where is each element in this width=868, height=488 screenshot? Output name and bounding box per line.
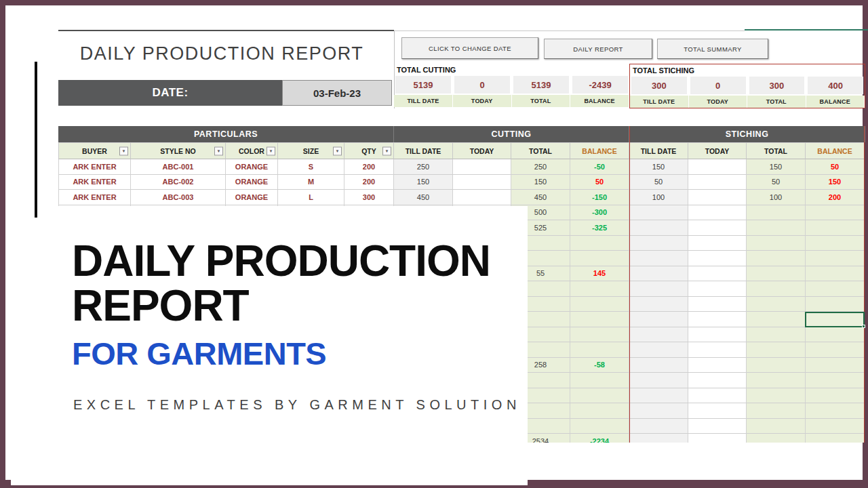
table-cell[interactable] [806,205,865,221]
table-cell[interactable]: -300 [570,205,629,221]
table-cell[interactable] [747,342,806,358]
table-cell[interactable] [688,205,747,221]
table-cell[interactable] [570,312,629,327]
table-cell[interactable]: 50 [747,175,806,190]
table-cell[interactable]: 50 [806,159,865,175]
table-cell[interactable] [747,220,806,236]
table-cell[interactable] [453,159,511,175]
cutting-balance-total[interactable]: -2439 [572,76,628,94]
table-cell[interactable] [629,388,688,404]
table-cell[interactable] [570,251,629,266]
filter-dropdown-icon[interactable]: ▼ [382,146,391,155]
table-cell[interactable] [806,358,865,373]
table-cell[interactable]: 150 [511,175,570,190]
table-cell[interactable] [570,236,629,251]
table-cell[interactable]: ARK ENTER [58,175,131,190]
table-cell[interactable] [806,251,865,266]
table-cell[interactable] [747,373,806,388]
cutting-today-total[interactable]: 0 [454,76,510,94]
table-cell[interactable] [629,403,688,419]
table-cell[interactable] [570,403,629,419]
table-cell[interactable]: 250 [511,159,570,175]
table-cell[interactable] [747,251,806,266]
table-cell[interactable] [629,312,688,327]
table-cell[interactable]: 150 [747,159,806,175]
table-cell[interactable] [688,175,747,190]
table-cell[interactable] [688,220,747,236]
table-cell[interactable] [747,312,806,327]
table-cell[interactable] [629,251,688,266]
table-cell[interactable] [688,403,747,419]
table-cell[interactable] [629,373,688,388]
table-cell[interactable]: 200 [344,175,394,190]
table-cell[interactable]: 300 [344,190,394,205]
table-cell[interactable]: 50 [629,175,688,190]
table-cell[interactable]: ORANGE [226,159,278,175]
cutting-till-date-total[interactable]: 5139 [395,76,451,94]
stiching-till-date-total[interactable]: 300 [631,77,687,94]
table-cell[interactable] [688,373,747,388]
table-cell[interactable] [629,281,688,297]
table-cell[interactable] [688,281,747,297]
table-cell[interactable] [629,327,688,343]
table-cell[interactable] [688,312,747,327]
table-cell[interactable] [747,388,806,404]
table-cell[interactable] [629,236,688,251]
table-cell[interactable]: 145 [570,266,629,282]
daily-report-button[interactable]: DAILY REPORT [544,39,652,59]
table-cell[interactable] [629,297,688,312]
table-cell[interactable] [688,342,747,358]
table-cell[interactable] [629,205,688,221]
table-cell[interactable]: -325 [570,220,629,236]
table-cell[interactable] [629,419,688,434]
table-cell[interactable] [806,403,865,419]
table-cell[interactable]: ARK ENTER [58,159,131,175]
selected-cell-outline[interactable] [805,312,865,327]
filter-dropdown-icon[interactable]: ▼ [119,146,128,155]
table-cell[interactable] [806,419,865,434]
table-cell[interactable]: ABC-002 [131,175,226,190]
table-cell[interactable] [570,327,629,343]
fill-handle[interactable] [862,325,865,328]
table-cell[interactable] [747,403,806,419]
total-summary-button[interactable]: TOTAL SUMMARY [657,39,768,59]
table-cell[interactable]: M [278,175,344,190]
table-cell[interactable] [688,251,747,266]
table-cell[interactable]: -50 [570,159,629,175]
table-cell[interactable] [570,297,629,312]
stiching-today-total[interactable]: 0 [690,77,746,94]
table-cell[interactable]: L [278,190,344,205]
table-cell[interactable] [688,388,747,404]
table-cell[interactable] [806,327,865,343]
table-cell[interactable] [688,266,747,282]
table-cell[interactable] [747,205,806,221]
table-cell[interactable] [570,419,629,434]
table-cell[interactable] [453,190,511,205]
table-cell[interactable] [629,342,688,358]
filter-dropdown-icon[interactable]: ▼ [214,146,223,155]
cutting-total-total[interactable]: 5139 [513,76,569,94]
table-cell[interactable] [747,236,806,251]
table-cell[interactable] [806,281,865,297]
table-cell[interactable] [806,236,865,251]
table-cell[interactable] [570,388,629,404]
table-cell[interactable]: ABC-001 [131,159,226,175]
table-cell[interactable]: 200 [806,190,865,205]
table-cell[interactable] [688,419,747,434]
table-cell[interactable] [806,297,865,312]
table-cell[interactable]: 150 [394,175,453,190]
change-date-button[interactable]: CLICK TO CHANGE DATE [401,37,538,59]
table-cell[interactable] [688,236,747,251]
table-cell[interactable]: -150 [570,190,629,205]
table-cell[interactable]: 150 [806,175,865,190]
table-cell[interactable] [747,297,806,312]
table-cell[interactable] [688,327,747,343]
table-cell[interactable] [688,159,747,175]
table-cell[interactable] [747,281,806,297]
table-cell[interactable]: -58 [570,358,629,373]
date-value-cell[interactable]: 03-Feb-23 [282,80,392,106]
table-cell[interactable] [806,388,865,404]
table-cell[interactable] [747,419,806,434]
table-cell[interactable]: 150 [629,159,688,175]
table-cell[interactable] [453,175,511,190]
